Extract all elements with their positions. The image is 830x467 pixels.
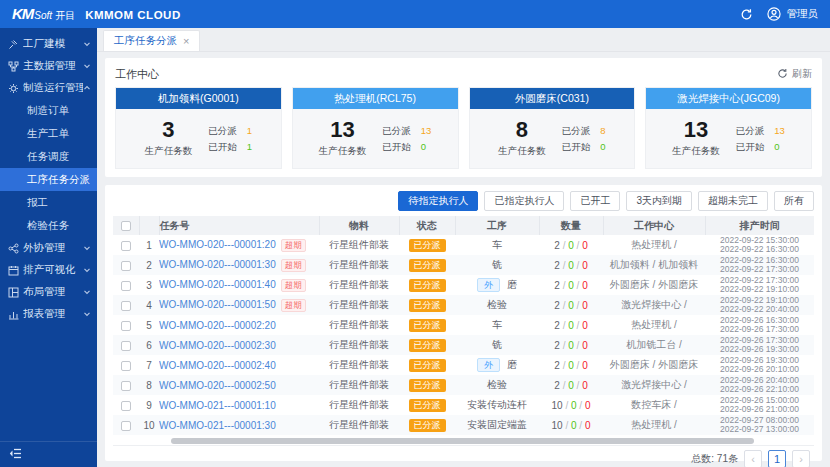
horizontal-scrollbar bbox=[113, 437, 814, 445]
sidebar-item-3[interactable]: 外协管理 bbox=[0, 237, 97, 259]
material-cell: 行星组件部装 bbox=[319, 375, 399, 395]
task-number-link[interactable]: WO-MMO-021---00001:30 bbox=[159, 420, 276, 431]
table-row: 7 WO-MMO-020---00002:40 行星组件部装 已分派 外磨 2 … bbox=[113, 355, 814, 375]
column-header-5[interactable]: 工作中心 bbox=[603, 216, 705, 235]
row-checkbox-cell bbox=[113, 375, 139, 395]
column-header-1[interactable]: 物料 bbox=[319, 216, 399, 235]
sidebar-subitem-报工[interactable]: 报工 bbox=[0, 191, 97, 214]
sidebar-subitem-检验任务[interactable]: 检验任务 bbox=[0, 214, 97, 237]
pagination-next-button[interactable]: › bbox=[792, 450, 810, 467]
sidebar-subitem-生产工单[interactable]: 生产工单 bbox=[0, 122, 97, 145]
user-avatar-icon[interactable] bbox=[767, 7, 781, 21]
row-number: 8 bbox=[139, 375, 159, 395]
workcenter-cell: 激光焊接中心 / bbox=[603, 295, 705, 315]
card-assigned-value: 1 bbox=[247, 125, 252, 137]
row-checkbox[interactable] bbox=[121, 341, 131, 351]
status-badge: 已分派 bbox=[409, 259, 446, 272]
status-cell: 已分派 bbox=[399, 275, 455, 295]
task-number-link[interactable]: WO-MMO-020---00001:30 bbox=[159, 259, 276, 270]
column-header-0[interactable]: 任务号 bbox=[159, 216, 319, 235]
workcenter-card-title[interactable]: 激光焊接中心(JGC09) bbox=[646, 88, 811, 109]
sidebar-item-6[interactable]: 报表管理 bbox=[0, 303, 97, 325]
task-number-link[interactable]: WO-MMO-020---00001:50 bbox=[159, 299, 276, 310]
workcenter-card-title[interactable]: 热处理机(RCL75) bbox=[293, 88, 458, 109]
row-checkbox[interactable] bbox=[121, 281, 131, 291]
row-checkbox[interactable] bbox=[121, 381, 131, 391]
filter-button-1[interactable]: 已指定执行人 bbox=[484, 191, 564, 211]
card-started-label: 已开始 bbox=[208, 141, 237, 153]
refresh-button[interactable]: 刷新 bbox=[777, 67, 812, 81]
row-checkbox[interactable] bbox=[121, 361, 131, 371]
overdue-badge: 超期 bbox=[281, 259, 306, 272]
collapse-sidebar-icon[interactable] bbox=[9, 448, 22, 461]
row-checkbox[interactable] bbox=[121, 241, 131, 251]
task-number-link[interactable]: WO-MMO-020---00002:50 bbox=[159, 380, 276, 391]
row-checkbox[interactable] bbox=[121, 321, 131, 331]
table-row: 3 WO-MMO-020---00001:40超期 行星组件部装 已分派 外磨 … bbox=[113, 275, 814, 295]
chevron-down-icon bbox=[83, 264, 91, 276]
workcenter-card-title[interactable]: 机加领料(G0001) bbox=[116, 88, 281, 109]
filter-button-5[interactable]: 所有 bbox=[774, 191, 814, 211]
sidebar-item-0[interactable]: 工厂建模 bbox=[0, 33, 97, 55]
column-header-6[interactable]: 排产时间 bbox=[705, 216, 814, 235]
card-started-value: 1 bbox=[247, 141, 252, 153]
workcenter-card-title[interactable]: 外圆磨床(C031) bbox=[470, 88, 635, 109]
status-cell: 已分派 bbox=[399, 235, 455, 255]
task-number-link[interactable]: WO-MMO-020---00002:30 bbox=[159, 340, 276, 351]
row-number: 6 bbox=[139, 335, 159, 355]
row-checkbox[interactable] bbox=[121, 301, 131, 311]
row-checkbox[interactable] bbox=[121, 261, 131, 271]
sync-icon[interactable] bbox=[740, 8, 753, 21]
schedule-time-cell: 2022-09-22 17:30:002022-09-22 19:10:00 bbox=[705, 275, 814, 295]
column-header-2[interactable]: 状态 bbox=[399, 216, 455, 235]
card-assigned-label: 已分派 bbox=[562, 125, 591, 137]
column-header-4[interactable]: 数量 bbox=[539, 216, 603, 235]
sidebar-subitem-任务调度[interactable]: 任务调度 bbox=[0, 145, 97, 168]
workcenter-card-2: 外圆磨床(C031) 8 生产任务数 已分派8 已开始0 bbox=[469, 87, 636, 169]
row-checkbox[interactable] bbox=[121, 401, 131, 411]
status-badge: 已分派 bbox=[409, 279, 446, 292]
workcenter-cell: 激光焊接中心 / bbox=[603, 375, 705, 395]
filter-button-0[interactable]: 待指定执行人 bbox=[398, 191, 478, 211]
app-window: KM Soft 开目 KMMOM CLOUD 管理员 工厂建模 bbox=[0, 0, 830, 467]
task-number-link[interactable]: WO-MMO-020---00001:20 bbox=[159, 239, 276, 250]
outsource-tag: 外 bbox=[477, 278, 500, 292]
pagination-page-1[interactable]: 1 bbox=[768, 450, 786, 467]
user-name[interactable]: 管理员 bbox=[787, 7, 819, 21]
sidebar-item-4[interactable]: 排产可视化 bbox=[0, 259, 97, 281]
filter-button-3[interactable]: 3天内到期 bbox=[626, 191, 692, 211]
sidebar-subitem-制造订单[interactable]: 制造订单 bbox=[0, 99, 97, 122]
table-row: 4 WO-MMO-020---00001:50超期 行星组件部装 已分派 检验 … bbox=[113, 295, 814, 315]
filter-button-2[interactable]: 已开工 bbox=[570, 191, 620, 211]
task-number-link[interactable]: WO-MMO-020---00002:40 bbox=[159, 360, 276, 371]
card-started-value: 0 bbox=[421, 141, 426, 153]
logo-cn-text: 开目 bbox=[55, 9, 75, 23]
card-assigned-value: 8 bbox=[600, 125, 605, 137]
row-checkbox[interactable] bbox=[121, 421, 131, 431]
pagination-prev-button[interactable]: ‹ bbox=[744, 450, 762, 467]
sidebar-subitem-工序任务分派[interactable]: 工序任务分派 bbox=[0, 168, 97, 191]
task-number-link[interactable]: WO-MMO-020---00002:20 bbox=[159, 320, 276, 331]
workcenter-panel: 工作中心 刷新 机加领料(G0001) 3 bbox=[105, 58, 822, 177]
sidebar-item-1[interactable]: 主数据管理 bbox=[0, 55, 97, 77]
task-table-wrap: 任务号物料状态工序数量工作中心排产时间 1 WO-MMO-020---00001… bbox=[113, 216, 814, 435]
select-all-checkbox[interactable] bbox=[121, 221, 131, 231]
tab-process-task-dispatch[interactable]: 工序任务分派 × bbox=[103, 30, 200, 51]
process-cell: 外磨 bbox=[455, 355, 539, 375]
quantity-cell: 2 / 0 / 0 bbox=[539, 375, 603, 395]
filter-button-4[interactable]: 超期未完工 bbox=[698, 191, 768, 211]
tab-close-icon[interactable]: × bbox=[183, 36, 189, 47]
table-row: 6 WO-MMO-020---00002:30 行星组件部装 已分派 铣 2 /… bbox=[113, 335, 814, 355]
process-cell: 铣 bbox=[455, 335, 539, 355]
task-number-link[interactable]: WO-MMO-020---00001:40 bbox=[159, 279, 276, 290]
card-total-label: 生产任务数 bbox=[498, 145, 546, 158]
app-logo: KM Soft 开目 KMMOM CLOUD bbox=[12, 5, 181, 23]
sidebar-item-label: 报表管理 bbox=[23, 307, 83, 321]
task-number-link[interactable]: WO-MMO-021---00001:10 bbox=[159, 400, 276, 411]
status-badge: 已分派 bbox=[409, 319, 446, 332]
row-number: 1 bbox=[139, 235, 159, 255]
sidebar-item-5[interactable]: 布局管理 bbox=[0, 281, 97, 303]
sidebar-item-2[interactable]: 制造运行管理 bbox=[0, 77, 97, 99]
column-header-3[interactable]: 工序 bbox=[455, 216, 539, 235]
horizontal-scrollbar-thumb[interactable] bbox=[171, 438, 754, 444]
